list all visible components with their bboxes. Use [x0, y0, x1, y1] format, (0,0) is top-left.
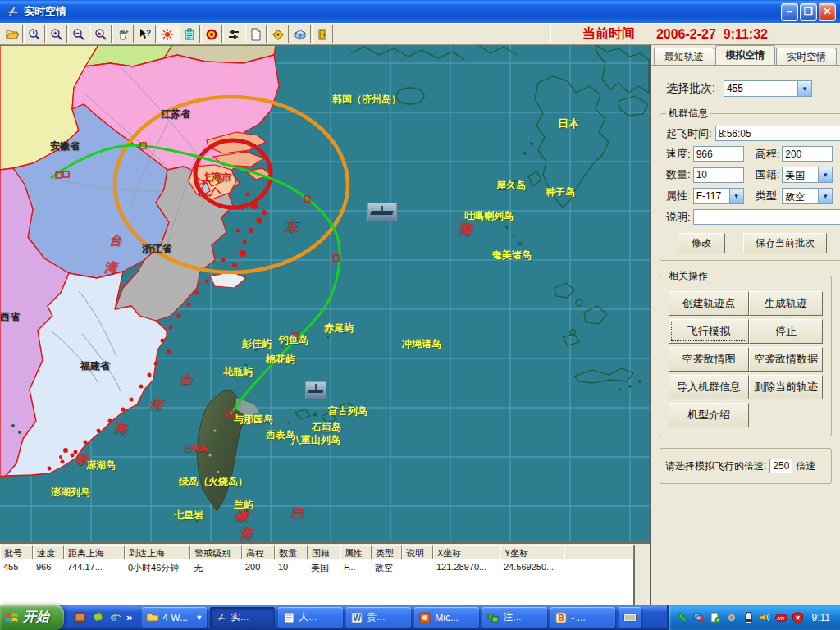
pan-hand-icon[interactable] — [112, 25, 134, 43]
quicklaunch-messenger-icon[interactable] — [90, 610, 105, 625]
tray-volume-icon[interactable] — [759, 611, 771, 623]
swap-arrows-icon[interactable] — [223, 25, 244, 43]
tray-battery-icon[interactable] — [742, 611, 755, 623]
quicklaunch-overflow-chevron[interactable]: » — [126, 611, 132, 623]
nation-select[interactable]: 美国 ▼ — [782, 167, 833, 183]
speed-multiplier-field[interactable] — [769, 459, 792, 473]
table-cell — [402, 561, 433, 574]
taskbar-button-air-situation[interactable]: 实... — [210, 607, 275, 628]
start-button-label: 开始 — [23, 609, 49, 626]
operation-button[interactable]: 机型介绍 — [669, 403, 749, 427]
table-header-cell[interactable]: 属性 — [340, 545, 372, 559]
tray-network-error-icon[interactable] — [693, 611, 705, 623]
tab-realtime-air[interactable]: 实时空情 — [776, 48, 837, 65]
open-folder-icon[interactable] — [2, 25, 23, 43]
start-button[interactable]: 开始 — [0, 605, 64, 630]
type-select[interactable]: 敌空 ▼ — [782, 188, 833, 204]
minimize-button[interactable]: – — [781, 3, 798, 21]
package-box-icon[interactable] — [290, 25, 311, 43]
tab-shortest-track[interactable]: 最短轨迹 — [654, 48, 714, 65]
takeoff-time-field[interactable] — [715, 126, 840, 141]
tray-task-play-icon[interactable] — [710, 611, 722, 623]
operation-button[interactable]: 空袭敌情图 — [669, 347, 749, 372]
operation-button[interactable]: 停止 — [749, 319, 823, 344]
flight-table[interactable]: 批号速度距离上海到达上海警戒级别高程数量国籍属性类型说明X坐标Y坐标 45596… — [0, 545, 635, 605]
tray-ati-icon[interactable]: ATI — [775, 611, 788, 623]
folder-icon — [146, 611, 159, 624]
modify-button[interactable]: 修改 — [678, 233, 725, 253]
zoom-extent-icon[interactable]: ± — [90, 25, 112, 43]
table-header-cell[interactable]: 类型 — [372, 545, 402, 559]
chevron-down-icon[interactable]: ▼ — [797, 81, 811, 96]
type-label: 类型: — [756, 189, 780, 203]
warning-diamond-icon[interactable] — [267, 25, 289, 43]
description-field[interactable] — [693, 209, 840, 225]
table-cell: 无 — [190, 561, 242, 574]
taskbar-button-explorer-group[interactable]: 4 W... ▼ — [142, 607, 207, 628]
batch-select-value: 455 — [724, 81, 797, 96]
tray-volume-alt-icon[interactable] — [726, 611, 738, 623]
altitude-field[interactable] — [782, 146, 833, 162]
map-canvas[interactable]: 韩国（济州岛）日本屋久岛种子岛吐噶喇列岛奄美诸岛冲绳诸岛赤尾屿钓鱼岛彭佳屿棉花屿… — [0, 45, 650, 542]
new-document-icon[interactable] — [245, 25, 267, 43]
tray-security-alert-icon[interactable] — [792, 611, 804, 623]
table-header-cell[interactable]: 到达上海 — [125, 545, 190, 559]
table-header-cell[interactable]: X坐标 — [433, 545, 500, 559]
batch-select[interactable]: 455 ▼ — [724, 80, 812, 97]
alarm-target-icon[interactable] — [201, 25, 222, 43]
panel-tabs: 最短轨迹 模拟空情 实时空情 — [651, 45, 840, 65]
table-header-cell[interactable]: 国籍 — [308, 545, 340, 559]
warship-photo — [368, 203, 397, 221]
operation-button[interactable]: 导入机群信息 — [669, 375, 749, 399]
table-header-cell[interactable]: 距离上海 — [64, 545, 125, 559]
taskbar-button-register-app[interactable]: 注... — [482, 607, 547, 628]
window-titlebar: 实时空情 – ❐ ✕ — [0, 0, 840, 23]
tab-simulated-air[interactable]: 模拟空情 — [715, 45, 776, 65]
quicklaunch-ie-icon[interactable]: e — [108, 610, 123, 625]
operation-button[interactable]: 飞行模拟 — [669, 319, 749, 344]
chevron-down-icon: ▼ — [195, 614, 203, 622]
table-header-cell[interactable]: 警戒级别 — [190, 545, 242, 559]
zoom-history-icon[interactable] — [24, 25, 45, 43]
fleet-info-title: 机群信息 — [666, 107, 710, 121]
exit-door-icon[interactable] — [312, 25, 333, 43]
operation-button[interactable]: 创建轨迹点 — [669, 291, 749, 316]
help-pointer-icon[interactable]: ? — [135, 25, 156, 43]
taskbar-button-b-app[interactable]: B - ... — [550, 607, 615, 628]
tray-download-icon[interactable] — [677, 611, 689, 623]
close-button[interactable]: ✕ — [819, 3, 836, 21]
table-header-cell[interactable]: 数量 — [275, 545, 308, 559]
operation-button[interactable]: 生成轨迹 — [749, 291, 823, 316]
window-title: 实时空情 — [24, 4, 66, 19]
operation-button[interactable]: 空袭敌情数据 — [749, 347, 823, 372]
operation-button[interactable]: 删除当前轨迹 — [749, 375, 823, 399]
taskbar-button-document[interactable]: 人... — [278, 607, 343, 628]
taskbar-button-keyboard[interactable] — [619, 607, 641, 628]
side-panel: 最短轨迹 模拟空情 实时空情 选择批次: 455 ▼ 机群信息 起飞时间: 速度… — [650, 45, 840, 605]
attribute-select[interactable]: F-117 ▼ — [693, 188, 744, 204]
chevron-down-icon[interactable]: ▼ — [818, 189, 832, 203]
zoom-in-icon[interactable] — [46, 25, 67, 43]
save-batch-button[interactable]: 保存当前批次 — [743, 233, 827, 253]
table-header-cell[interactable]: 高程 — [242, 545, 275, 559]
table-header-cell[interactable]: Y坐标 — [500, 545, 564, 559]
table-header-cell[interactable] — [564, 545, 634, 559]
table-header-cell[interactable]: 说明 — [402, 545, 433, 559]
select-batch-label: 选择批次: — [666, 81, 715, 96]
table-header-cell[interactable]: 批号 — [0, 545, 33, 559]
speed-suffix-label: 倍速 — [796, 459, 815, 473]
sun-refresh-icon[interactable] — [157, 25, 178, 43]
quicklaunch-app-icon[interactable] — [72, 610, 87, 625]
chevron-down-icon[interactable]: ▼ — [818, 167, 832, 182]
taskbar-button-label: 贵... — [367, 610, 385, 624]
attribute-label: 属性: — [666, 189, 691, 203]
maximize-button[interactable]: ❐ — [800, 3, 817, 21]
speed-field[interactable] — [693, 146, 744, 162]
taskbar-button-word-doc[interactable]: W 贵... — [346, 607, 411, 628]
table-header-cell[interactable]: 速度 — [33, 545, 64, 559]
taskbar-button-microsoft-app[interactable]: Mic... — [414, 607, 479, 628]
chevron-down-icon[interactable]: ▼ — [729, 189, 743, 203]
zoom-out-icon[interactable] — [68, 25, 89, 43]
quantity-field[interactable] — [693, 167, 744, 183]
chart-board-icon[interactable] — [179, 25, 200, 43]
